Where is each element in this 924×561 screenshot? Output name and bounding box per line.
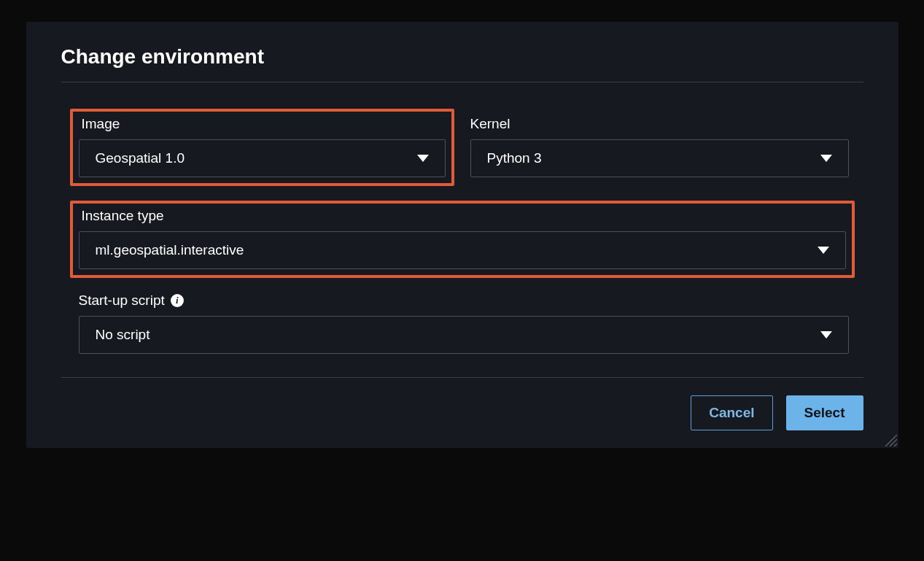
instance-type-dropdown-value: ml.geospatial.interactive <box>96 242 244 258</box>
kernel-label: Kernel <box>470 116 849 132</box>
change-environment-dialog: Change environment Image Geospatial 1.0 … <box>26 22 898 448</box>
startup-script-field-group: Start-up script i No script <box>70 293 855 354</box>
caret-down-icon <box>820 330 832 339</box>
startup-script-dropdown[interactable]: No script <box>79 316 849 354</box>
instance-type-label: Instance type <box>79 208 846 224</box>
image-label: Image <box>79 116 446 132</box>
resize-grip-icon[interactable] <box>882 432 897 446</box>
instance-type-field-group: Instance type ml.geospatial.interactive <box>70 201 855 278</box>
svg-marker-2 <box>818 247 829 254</box>
image-dropdown-value: Geospatial 1.0 <box>96 150 185 166</box>
select-button[interactable]: Select <box>786 395 863 430</box>
caret-down-icon <box>417 154 429 163</box>
caret-down-icon <box>820 154 832 163</box>
svg-marker-0 <box>417 155 429 162</box>
row-startup-script: Start-up script i No script <box>70 293 855 354</box>
svg-marker-3 <box>820 331 832 338</box>
svg-line-6 <box>894 444 897 446</box>
kernel-field-group: Kernel Python 3 <box>470 109 855 186</box>
info-icon[interactable]: i <box>171 294 184 307</box>
startup-script-label: Start-up script i <box>79 293 849 309</box>
row-image-kernel: Image Geospatial 1.0 Kernel Python 3 <box>70 109 855 186</box>
dialog-footer: Cancel Select <box>61 378 863 430</box>
image-dropdown[interactable]: Geospatial 1.0 <box>79 139 446 177</box>
startup-script-dropdown-value: No script <box>96 327 150 343</box>
dialog-title: Change environment <box>61 45 863 69</box>
row-instance-type: Instance type ml.geospatial.interactive <box>70 201 855 278</box>
instance-type-dropdown[interactable]: ml.geospatial.interactive <box>79 231 846 269</box>
svg-marker-1 <box>820 155 832 162</box>
form-area: Image Geospatial 1.0 Kernel Python 3 <box>61 82 863 377</box>
image-field-group: Image Geospatial 1.0 <box>70 109 454 186</box>
caret-down-icon <box>818 246 829 255</box>
kernel-dropdown-value: Python 3 <box>487 150 542 166</box>
kernel-dropdown[interactable]: Python 3 <box>470 139 849 177</box>
cancel-button[interactable]: Cancel <box>691 395 772 430</box>
startup-script-label-text: Start-up script <box>79 293 165 309</box>
